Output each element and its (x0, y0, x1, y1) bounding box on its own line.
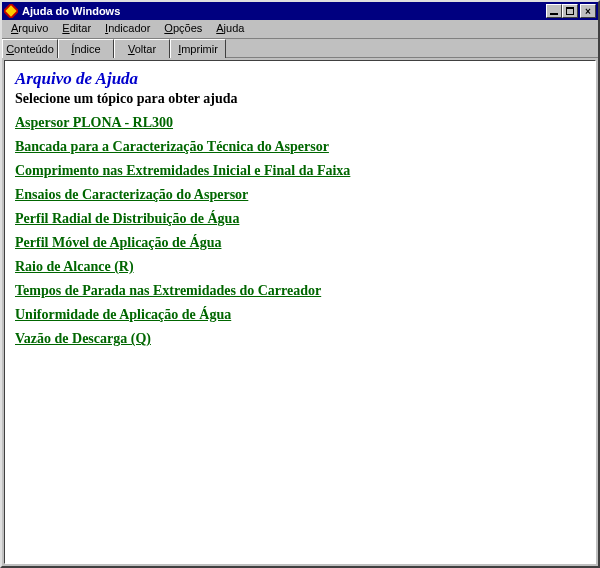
menu-arquivo[interactable]: Arquivo (4, 21, 55, 37)
content-wrap: Arquivo de Ajuda Selecione um tópico par… (2, 58, 598, 566)
toolbar-indice[interactable]: Índice (58, 39, 114, 59)
topic-link[interactable]: Ensaios de Caracterização do Aspersor (15, 187, 248, 203)
menu-opcoes[interactable]: Opções (157, 21, 209, 37)
topic-link[interactable]: Perfil Radial de Distribuição de Água (15, 211, 239, 227)
app-icon (4, 4, 18, 18)
topic-link[interactable]: Vazão de Descarga (Q) (15, 331, 151, 347)
help-title: Arquivo de Ajuda (15, 69, 585, 89)
menubar: Arquivo Editar Indicador Opções Ajuda (2, 20, 598, 38)
close-button[interactable]: × (580, 4, 596, 18)
menu-editar[interactable]: Editar (55, 21, 98, 37)
maximize-button[interactable] (562, 4, 578, 18)
topic-link[interactable]: Tempos de Parada nas Extremidades do Car… (15, 283, 321, 299)
topic-link[interactable]: Aspersor PLONA - RL300 (15, 115, 173, 131)
topic-link[interactable]: Raio de Alcance (R) (15, 259, 134, 275)
toolbar-voltar[interactable]: Voltar (114, 39, 170, 59)
menu-indicador[interactable]: Indicador (98, 21, 157, 37)
topic-link[interactable]: Uniformidade de Aplicação de Água (15, 307, 231, 323)
help-subtitle: Selecione um tópico para obter ajuda (15, 91, 585, 107)
toolbar: Conteúdo Índice Voltar Imprimir (2, 38, 598, 58)
topic-link[interactable]: Bancada para a Caracterização Técnica do… (15, 139, 329, 155)
titlebar: Ajuda do Windows × (2, 2, 598, 20)
toolbar-imprimir[interactable]: Imprimir (170, 39, 226, 59)
topic-link[interactable]: Comprimento nas Extremidades Inicial e F… (15, 163, 350, 179)
content-area: Arquivo de Ajuda Selecione um tópico par… (4, 60, 596, 564)
minimize-button[interactable] (546, 4, 562, 18)
menu-ajuda[interactable]: Ajuda (209, 21, 251, 37)
window-controls: × (546, 4, 596, 18)
window-title: Ajuda do Windows (22, 5, 546, 17)
toolbar-conteudo[interactable]: Conteúdo (2, 39, 58, 59)
help-window: Ajuda do Windows × Arquivo Editar Indica… (0, 0, 600, 568)
topic-link[interactable]: Perfil Móvel de Aplicação de Água (15, 235, 221, 251)
